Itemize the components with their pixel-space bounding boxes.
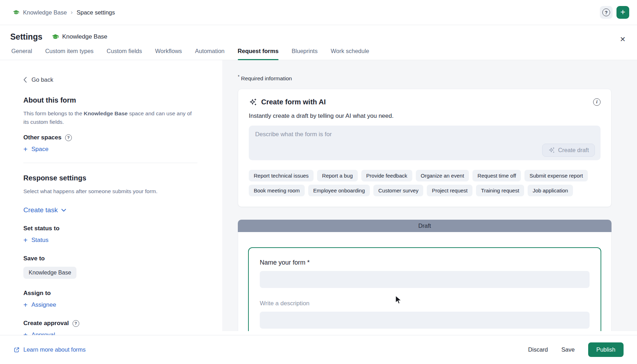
chevron-left-icon: [23, 77, 27, 83]
suggestion-chip[interactable]: Request time off: [472, 170, 521, 181]
sidebar-divider: [23, 163, 197, 163]
settings-body: Go back About this form This form belong…: [0, 60, 637, 331]
topbar-actions: ? +: [600, 6, 629, 19]
bottom-action-bar: Learn more about forms Discard Save Publ…: [0, 335, 637, 364]
breadcrumb-current-page: Space settings: [77, 9, 115, 16]
breadcrumb-space-label: Knowledge Base: [23, 9, 67, 16]
page-title: Settings: [10, 32, 42, 42]
form-settings-sidebar: Go back About this form This form belong…: [0, 60, 222, 331]
graduation-cap-icon: [13, 9, 19, 16]
suggestion-chip[interactable]: Organize an event: [416, 170, 469, 181]
draft-status-banner: Draft: [238, 220, 612, 232]
suggestion-chip[interactable]: Project request: [427, 185, 472, 196]
breadcrumb-space-link[interactable]: Knowledge Base: [13, 9, 67, 16]
suggestion-chip[interactable]: Report technical issues: [249, 170, 314, 181]
add-status-link[interactable]: + Status: [23, 237, 48, 244]
set-status-group: Set status to + Status: [23, 225, 197, 244]
question-circle-icon: ?: [602, 8, 610, 16]
help-circle-icon[interactable]: ?: [73, 320, 79, 327]
settings-tabs: General Custom item types Custom fields …: [10, 42, 637, 60]
form-description-input[interactable]: [260, 312, 590, 329]
footer-actions: Discard Save Publish: [528, 342, 624, 357]
tab-custom-item-types[interactable]: Custom item types: [45, 48, 94, 60]
save-button[interactable]: Save: [561, 346, 575, 353]
create-draft-label: Create draft: [558, 147, 589, 154]
save-to-group: Save to Knowledge Base: [23, 255, 197, 279]
form-name-label: Name your form *: [260, 259, 590, 266]
ai-card-header: Create form with AI i: [249, 98, 601, 106]
suggestion-chip[interactable]: Book meeting room: [249, 185, 305, 196]
draft-form-section: Draft Name your form * Write a descripti…: [238, 220, 612, 331]
ai-sparkle-icon: [249, 98, 257, 106]
draft-form-body: Name your form * Write a description: [238, 232, 612, 331]
breadcrumb: Knowledge Base › Space settings: [13, 9, 115, 16]
suggestion-chip[interactable]: Employee onboarding: [308, 185, 370, 196]
help-circle-icon[interactable]: ?: [65, 134, 72, 141]
response-settings-description: Select what happens after someone submit…: [23, 187, 193, 196]
tab-general[interactable]: General: [11, 48, 32, 60]
save-to-value-chip[interactable]: Knowledge Base: [23, 267, 76, 279]
go-back-label: Go back: [31, 76, 53, 83]
tab-blueprints[interactable]: Blueprints: [292, 48, 317, 60]
tab-custom-fields[interactable]: Custom fields: [107, 48, 142, 60]
tab-automation[interactable]: Automation: [195, 48, 224, 60]
suggestion-chip[interactable]: Provide feedback: [361, 170, 412, 181]
create-approval-heading: Create approval ?: [23, 320, 197, 327]
help-button[interactable]: ?: [600, 6, 613, 19]
ai-suggestion-chips: Report technical issues Report a bug Pro…: [249, 170, 601, 196]
other-spaces-heading: Other spaces ?: [23, 134, 197, 141]
form-builder-content: * Required information Create form with …: [222, 60, 637, 331]
about-form-description: This form belongs to the Knowledge Base …: [23, 109, 193, 126]
suggestion-chip[interactable]: Training request: [476, 185, 524, 196]
close-icon: ✕: [620, 35, 626, 43]
suggestion-chip[interactable]: Job application: [528, 185, 573, 196]
settings-space-name: Knowledge Base: [62, 33, 108, 40]
create-new-button[interactable]: +: [616, 6, 629, 19]
add-assignee-link[interactable]: + Assignee: [23, 301, 56, 308]
save-to-heading: Save to: [23, 255, 197, 262]
response-settings-title: Response settings: [23, 174, 197, 182]
assign-to-heading: Assign to: [23, 290, 197, 297]
learn-more-link[interactable]: Learn more about forms: [13, 346, 86, 353]
plus-icon: +: [620, 8, 625, 16]
plus-icon: +: [23, 237, 28, 244]
info-icon[interactable]: i: [593, 98, 601, 106]
ai-prompt-area: Create draft: [249, 126, 601, 162]
form-name-input[interactable]: [260, 271, 590, 288]
required-information-note: * Required information: [238, 74, 612, 82]
create-draft-button[interactable]: Create draft: [542, 144, 595, 157]
plus-icon: +: [23, 146, 28, 153]
required-asterisk: *: [307, 259, 310, 266]
tab-request-forms[interactable]: Request forms: [238, 48, 279, 60]
tab-workflows[interactable]: Workflows: [155, 48, 182, 60]
settings-title-row: Settings Knowledge Base ✕: [10, 25, 637, 42]
set-status-heading: Set status to: [23, 225, 197, 232]
add-space-link[interactable]: + Space: [23, 146, 48, 153]
go-back-link[interactable]: Go back: [23, 76, 197, 83]
about-form-title: About this form: [23, 96, 197, 104]
graduation-cap-icon: [52, 33, 59, 41]
form-description-label: Write a description: [260, 300, 590, 307]
ai-sparkle-icon: [548, 147, 555, 154]
ai-card-subtitle: Instantly create a draft by telling our …: [249, 112, 601, 120]
learn-more-label: Learn more about forms: [23, 346, 86, 353]
discard-button[interactable]: Discard: [528, 346, 548, 353]
suggestion-chip[interactable]: Customer survey: [373, 185, 423, 196]
close-settings-button[interactable]: ✕: [620, 35, 626, 44]
tab-work-schedule[interactable]: Work schedule: [331, 48, 369, 60]
suggestion-chip[interactable]: Submit expense report: [524, 170, 588, 181]
top-bar: Knowledge Base › Space settings ? +: [0, 0, 637, 25]
external-link-icon: [13, 347, 20, 353]
chevron-down-icon: [61, 209, 66, 212]
assign-to-group: Assign to + Assignee: [23, 290, 197, 309]
space-settings-page: Knowledge Base › Space settings ? + Sett…: [0, 0, 637, 364]
chevron-right-icon: ›: [71, 9, 73, 16]
publish-button[interactable]: Publish: [588, 342, 624, 357]
suggestion-chip[interactable]: Report a bug: [317, 170, 358, 181]
create-form-with-ai-card: Create form with AI i Instantly create a…: [238, 89, 612, 207]
plus-icon: +: [23, 301, 28, 308]
ai-card-title: Create form with AI: [261, 98, 326, 106]
settings-header: Settings Knowledge Base ✕ General Custom…: [0, 25, 637, 60]
form-title-block: Name your form * Write a description: [248, 247, 601, 331]
create-task-dropdown[interactable]: Create task: [23, 206, 66, 214]
